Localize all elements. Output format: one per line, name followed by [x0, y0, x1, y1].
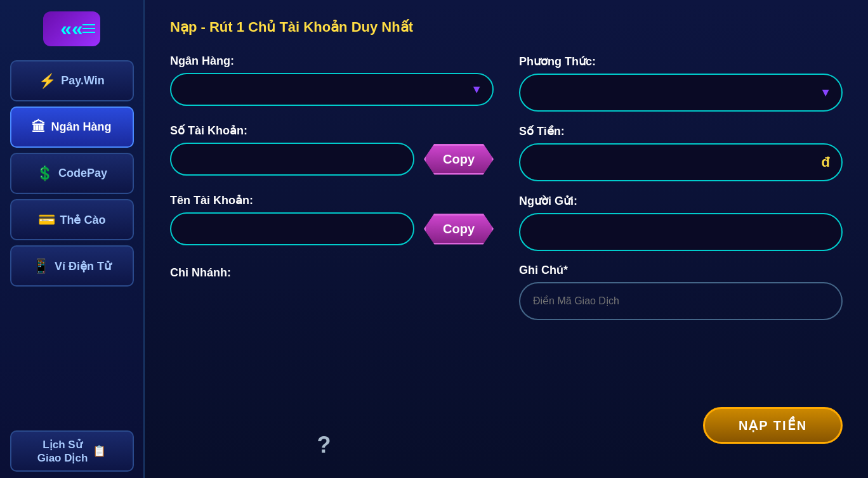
ten-tai-khoan-input[interactable] — [170, 212, 414, 245]
ghi-chu-input[interactable] — [519, 282, 843, 320]
ngan-hang-icon: 🏛 — [32, 119, 46, 136]
so-tai-khoan-label: Số Tài Khoản: — [170, 124, 494, 138]
ghi-chu-group: Ghi Chú* — [519, 264, 843, 320]
nguoi-gui-label: Người Gửi: — [519, 194, 843, 208]
lich-su-giao-dich-button[interactable]: Lịch Sử Giao Dịch 📋 — [10, 430, 134, 472]
ghi-chu-label: Ghi Chú* — [519, 264, 843, 277]
sidebar-item-codepay[interactable]: 💲 CodePay — [10, 153, 134, 194]
right-column: Phương Thức: ▼ Số Tiền: đ Người Gửi: — [519, 55, 843, 444]
nguoi-gui-input[interactable] — [519, 213, 843, 251]
sidebar-item-pay-win[interactable]: ⚡ Pay.Win — [10, 60, 134, 101]
copy-so-tai-khoan-button[interactable]: Copy — [424, 144, 494, 175]
back-button[interactable]: « — [43, 11, 100, 46]
sidebar-logo[interactable]: « — [37, 6, 107, 51]
sidebar-item-ngan-hang[interactable]: 🏛 Ngân Hàng — [10, 107, 134, 148]
the-cao-icon: 💳 — [38, 212, 55, 228]
ten-tai-khoan-group: Tên Tài Khoản: Copy — [170, 193, 494, 245]
so-tien-input-wrapper: đ — [519, 143, 843, 181]
lich-su-line1: Lịch Sử — [37, 438, 88, 451]
sidebar-item-the-cao[interactable]: 💳 Thẻ Cào — [10, 199, 134, 240]
left-column: Ngân Hàng: ▼ Số Tài Khoản: Copy Tên Tài … — [170, 55, 494, 444]
sidebar-item-vi-dien-tu-label: Ví Điện Tử — [55, 259, 111, 273]
copy-ten-tai-khoan-button[interactable]: Copy — [424, 214, 494, 245]
so-tai-khoan-row: Copy — [170, 143, 494, 176]
main-content: Nạp - Rút 1 Chủ Tài Khoản Duy Nhất Ngân … — [145, 0, 868, 478]
sidebar-item-vi-dien-tu[interactable]: 📱 Ví Điện Tử — [10, 245, 134, 287]
sidebar-item-ngan-hang-label: Ngân Hàng — [51, 120, 111, 134]
sidebar-item-pay-win-label: Pay.Win — [61, 74, 105, 87]
nguoi-gui-group: Người Gửi: — [519, 194, 843, 251]
content-grid: Ngân Hàng: ▼ Số Tài Khoản: Copy Tên Tài … — [170, 55, 843, 444]
ngan-hang-select[interactable] — [170, 73, 494, 106]
sidebar-item-the-cao-label: Thẻ Cào — [60, 213, 106, 227]
ngan-hang-group: Ngân Hàng: ▼ — [170, 55, 494, 106]
currency-symbol: đ — [822, 154, 830, 171]
phuong-thuc-select-wrapper: ▼ — [519, 74, 843, 112]
page-title: Nạp - Rút 1 Chủ Tài Khoản Duy Nhất — [170, 19, 843, 36]
sidebar-item-codepay-label: CodePay — [58, 167, 107, 180]
phuong-thuc-select[interactable] — [519, 74, 843, 112]
lich-su-line2: Giao Dịch — [37, 451, 88, 465]
nguoi-gui-input-wrapper — [519, 213, 843, 251]
so-tien-input[interactable] — [519, 143, 843, 181]
so-tien-label: Số Tiền: — [519, 124, 843, 138]
history-icon: 📋 — [93, 444, 106, 458]
help-symbol: ? — [317, 432, 331, 458]
nap-tien-button[interactable]: NẠP TIỀN — [703, 407, 843, 444]
sidebar: « ⚡ Pay.Win 🏛 Ngân Hàng 💲 CodePay 💳 Thẻ … — [0, 0, 145, 478]
so-tien-group: Số Tiền: đ — [519, 124, 843, 181]
so-tai-khoan-group: Số Tài Khoản: Copy — [170, 124, 494, 176]
ngan-hang-select-wrapper: ▼ — [170, 73, 494, 106]
vi-dien-tu-icon: 📱 — [32, 258, 49, 275]
pay-win-icon: ⚡ — [39, 73, 56, 89]
so-tai-khoan-input[interactable] — [170, 143, 414, 176]
chi-nhanh-label: Chi Nhánh: — [170, 266, 494, 280]
ngan-hang-label: Ngân Hàng: — [170, 55, 494, 68]
phuong-thuc-group: Phương Thức: ▼ — [519, 55, 843, 112]
ten-tai-khoan-label: Tên Tài Khoản: — [170, 193, 494, 207]
help-button[interactable]: ? — [310, 430, 338, 459]
ten-tai-khoan-row: Copy — [170, 212, 494, 245]
codepay-icon: 💲 — [36, 165, 53, 182]
phuong-thuc-label: Phương Thức: — [519, 55, 843, 68]
chi-nhanh-group: Chi Nhánh: — [170, 263, 494, 280]
